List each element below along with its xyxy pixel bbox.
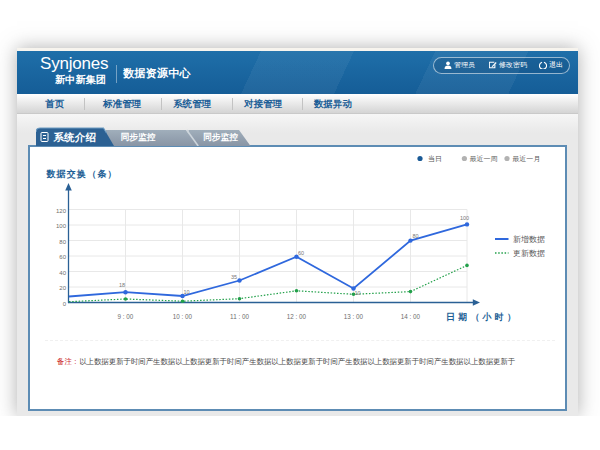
svg-text:40: 40 <box>59 270 66 276</box>
svg-text:日期（小时）: 日期（小时） <box>446 312 519 322</box>
svg-text:最近一周: 最近一周 <box>470 155 498 162</box>
svg-text:10: 10 <box>183 289 189 295</box>
svg-text:0: 0 <box>63 301 67 307</box>
svg-text:9 : 00: 9 : 00 <box>118 313 134 320</box>
svg-text:35: 35 <box>231 274 237 280</box>
svg-text:80: 80 <box>412 233 418 239</box>
svg-text:10 : 00: 10 : 00 <box>173 313 193 320</box>
svg-text:12 : 00: 12 : 00 <box>287 313 307 320</box>
svg-text:同步监控: 同步监控 <box>203 132 239 142</box>
svg-text:更新数据: 更新数据 <box>513 249 545 258</box>
svg-text:18: 18 <box>119 282 125 288</box>
svg-text:80: 80 <box>59 239 66 245</box>
svg-text:数据交换（条）: 数据交换（条） <box>45 169 117 179</box>
svg-text:系统介绍: 系统介绍 <box>53 131 97 143</box>
svg-text:新增数据: 新增数据 <box>513 235 545 244</box>
svg-text:100: 100 <box>460 215 469 221</box>
svg-text:14 : 00: 14 : 00 <box>401 313 421 320</box>
svg-text:同步监控: 同步监控 <box>121 132 157 142</box>
svg-text:最近一月: 最近一月 <box>512 155 540 163</box>
svg-text:20: 20 <box>59 285 66 291</box>
svg-text:60: 60 <box>298 250 304 256</box>
svg-text:10: 10 <box>354 290 360 296</box>
svg-text:100: 100 <box>56 223 67 229</box>
svg-text:当日: 当日 <box>428 155 442 163</box>
svg-text:13 : 00: 13 : 00 <box>344 313 364 320</box>
svg-text:120: 120 <box>56 208 67 214</box>
svg-text:11 : 00: 11 : 00 <box>230 313 249 320</box>
svg-text:60: 60 <box>59 254 66 260</box>
